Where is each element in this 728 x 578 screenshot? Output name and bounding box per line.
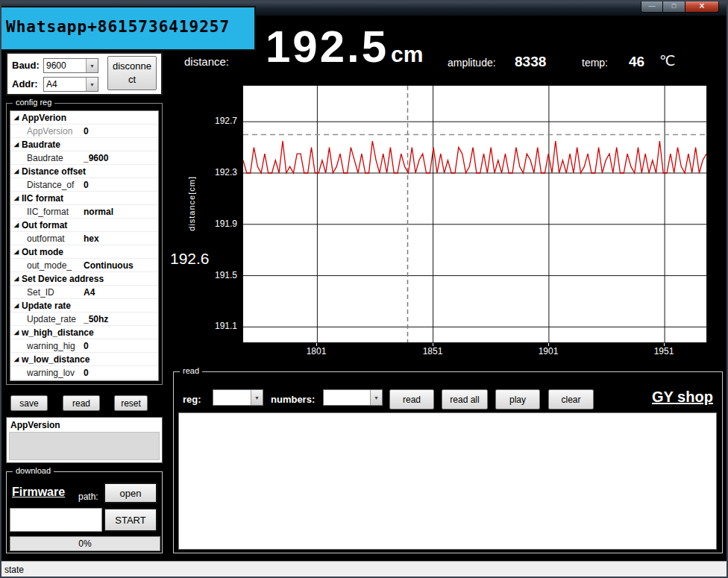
- tree-item-value[interactable]: _9600: [84, 153, 108, 163]
- tree-group-label: Set Device address: [22, 274, 104, 284]
- tree-item-value[interactable]: 0: [84, 368, 89, 378]
- addr-select[interactable]: A4 ▼: [43, 77, 98, 92]
- tree-group-label: Out mode: [22, 247, 63, 257]
- tree-item-name: Distance_of: [27, 180, 84, 190]
- expand-icon[interactable]: ◢: [10, 222, 22, 228]
- temp-label: temp:: [582, 57, 608, 69]
- tree-group-row[interactable]: ◢Out format: [10, 219, 158, 232]
- tree-item-name: IIC_format: [27, 207, 84, 217]
- play-button[interactable]: play: [495, 389, 540, 409]
- y-tick-label: 192.7: [215, 116, 237, 126]
- y-tick-label: 191.1: [215, 321, 237, 331]
- tree-item-row[interactable]: Update_rate_50hz: [10, 312, 158, 326]
- tree-group-row[interactable]: ◢Update rate: [10, 299, 158, 312]
- status-bar: state: [0, 561, 728, 578]
- x-tick-label: 1951: [647, 346, 680, 356]
- expand-icon[interactable]: ◢: [10, 141, 22, 148]
- chevron-down-icon[interactable]: ▼: [370, 390, 382, 405]
- whatsapp-banner: Whatsapp+8615736419257: [0, 6, 256, 51]
- tree-item-row[interactable]: out_mode_Continuous: [10, 259, 158, 272]
- reg-select[interactable]: ▼: [213, 389, 263, 406]
- baud-select[interactable]: 9600 ▼: [43, 58, 98, 73]
- tree-group-label: Distance offset: [22, 166, 86, 177]
- tree-item-row[interactable]: IIC_formatnormal: [10, 205, 158, 219]
- tree-item-row[interactable]: Baudrate_9600: [10, 151, 158, 165]
- save-button[interactable]: save: [10, 395, 48, 411]
- tree-item-value[interactable]: A4: [84, 287, 95, 298]
- tree-item-value[interactable]: normal: [84, 207, 113, 217]
- y-axis-title: distance[cm]: [187, 176, 196, 231]
- tree-item-value[interactable]: Continuous: [84, 260, 134, 271]
- tree-item-row[interactable]: outformathex: [10, 232, 158, 245]
- close-button[interactable]: ×: [685, 0, 719, 13]
- chevron-down-icon[interactable]: ▼: [251, 390, 263, 405]
- tree-item-row[interactable]: warning_hig0: [10, 339, 158, 353]
- tree-group-row[interactable]: ◢AppVerion: [10, 111, 158, 125]
- firmware-label: Firmware: [12, 486, 65, 499]
- chart-plot[interactable]: [242, 85, 707, 343]
- x-tick-label: 1901: [532, 346, 565, 356]
- config-tree[interactable]: ◢AppVerionAppVersion0◢BaudrateBaudrate_9…: [10, 110, 159, 381]
- distance-value: 192.5: [266, 21, 389, 72]
- x-axis-ticks: 1801185119011951: [242, 345, 707, 358]
- tree-item-name: AppVersion: [27, 126, 84, 136]
- maximize-button[interactable]: □: [663, 0, 685, 13]
- firmware-path-input[interactable]: [10, 508, 102, 532]
- gy-shop-link[interactable]: GY shop: [652, 389, 713, 406]
- tree-item-row[interactable]: AppVersion0: [10, 125, 158, 138]
- path-label: path:: [78, 491, 98, 502]
- connection-panel: Baud: 9600 ▼ Addr: A4 ▼ disconnect: [6, 52, 163, 95]
- tree-group-row[interactable]: ◢Baudrate: [10, 138, 158, 151]
- numbers-label: numbers:: [271, 394, 315, 405]
- chevron-down-icon[interactable]: ▼: [86, 59, 98, 72]
- tree-item-name: Set_ID: [27, 287, 84, 298]
- download-label: download: [13, 466, 54, 475]
- tree-item-name: out_mode_: [27, 260, 84, 271]
- expand-icon[interactable]: ◢: [10, 329, 22, 336]
- minimize-button[interactable]: —: [641, 0, 663, 13]
- tree-group-row[interactable]: ◢IIC format: [10, 192, 158, 205]
- expand-icon[interactable]: ◢: [10, 195, 22, 201]
- y-axis-ticks: 192.7192.3191.9191.5191.1: [200, 85, 237, 343]
- tree-item-value[interactable]: 0: [84, 126, 89, 136]
- download-group: download Firmware path: open START 0%: [6, 471, 163, 553]
- tree-group-label: w_low_distance: [22, 354, 90, 365]
- tree-item-row[interactable]: Set_IDA4: [10, 286, 158, 299]
- open-button[interactable]: open: [104, 483, 157, 503]
- expand-icon[interactable]: ◢: [10, 302, 22, 309]
- expand-icon[interactable]: ◢: [10, 275, 22, 282]
- window-controls: — □ ×: [641, 0, 719, 13]
- tree-item-value[interactable]: _50hz: [84, 314, 108, 324]
- read-all-button[interactable]: read all: [442, 389, 488, 409]
- expand-icon[interactable]: ◢: [10, 248, 22, 255]
- read-data-button[interactable]: read: [389, 389, 434, 409]
- read-config-button[interactable]: read: [63, 395, 100, 411]
- baud-label: Baud:: [12, 60, 40, 71]
- tree-group-row[interactable]: ◢w_low_distance: [10, 353, 158, 366]
- tree-item-value[interactable]: 0: [84, 341, 89, 351]
- expand-icon[interactable]: ◢: [10, 168, 22, 175]
- tree-group-row[interactable]: ◢Out mode: [10, 245, 158, 259]
- y-tick-label: 191.5: [215, 270, 237, 280]
- tree-group-label: Out format: [22, 220, 67, 230]
- tree-item-row[interactable]: warning_lov0: [10, 366, 158, 380]
- disconnect-button[interactable]: disconnect: [107, 56, 157, 90]
- tree-item-value[interactable]: hex: [84, 233, 99, 244]
- config-reg-group: config reg ◢AppVerionAppVersion0◢Baudrat…: [6, 103, 163, 385]
- distance-label: distance:: [184, 55, 229, 68]
- tree-group-row[interactable]: ◢w_high_distance: [10, 326, 158, 339]
- tree-group-row[interactable]: ◢Distance offset: [10, 165, 158, 178]
- tree-group-row[interactable]: ◢Set Device address: [10, 272, 158, 286]
- tree-item-value[interactable]: 0: [84, 180, 89, 190]
- tree-item-row[interactable]: Distance_of0: [10, 178, 158, 192]
- start-button[interactable]: START: [104, 508, 157, 532]
- numbers-select[interactable]: ▼: [323, 389, 383, 406]
- expand-icon[interactable]: ◢: [10, 356, 22, 362]
- reset-button[interactable]: reset: [114, 395, 148, 411]
- output-box[interactable]: [178, 412, 717, 550]
- chevron-down-icon[interactable]: ▼: [86, 78, 98, 91]
- x-tick-label: 1851: [416, 346, 449, 356]
- expand-icon[interactable]: ◢: [10, 114, 22, 121]
- config-reg-label: config reg: [13, 98, 54, 107]
- clear-button[interactable]: clear: [548, 389, 594, 409]
